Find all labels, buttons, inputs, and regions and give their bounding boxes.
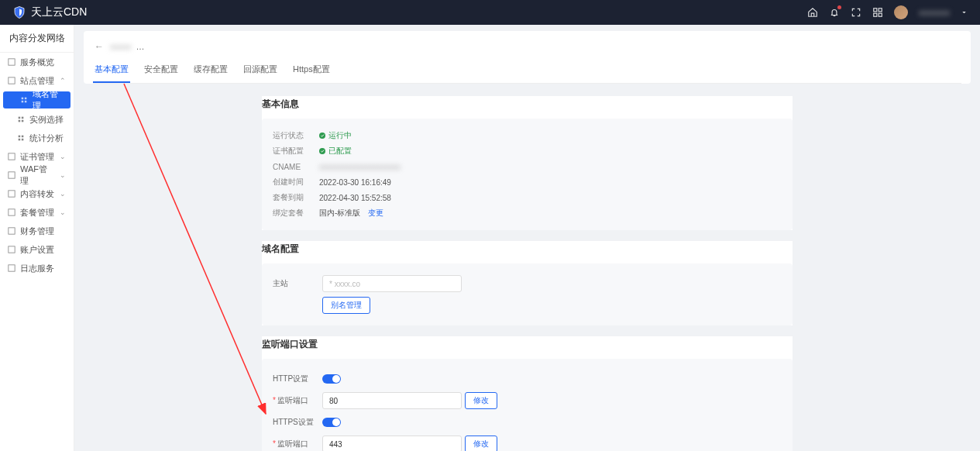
panel-wrap: 基本信息 运行状态 运行中 证书配置 已配置 CNAME xxxxxxxxxxx… bbox=[84, 84, 971, 451]
breadcrumb-domain: xxxxx bbox=[110, 42, 132, 51]
svg-rect-12 bbox=[19, 120, 21, 122]
sidebar-item[interactable]: 账户设置 bbox=[0, 240, 74, 259]
svg-rect-0 bbox=[874, 9, 877, 12]
sidebar-item[interactable]: 统计分析 bbox=[0, 129, 74, 147]
config-tab[interactable]: 安全配置 bbox=[143, 59, 180, 83]
config-tab[interactable]: 基本配置 bbox=[93, 59, 130, 83]
shield-logo-icon bbox=[12, 5, 26, 19]
port-config-title: 监听端口设置 bbox=[262, 336, 793, 359]
basic-info-body: 运行状态 运行中 证书配置 已配置 CNAME xxxxxxxxxxxxxxxx… bbox=[262, 119, 793, 230]
svg-rect-21 bbox=[9, 209, 15, 215]
row-https-port: *监听端口 修改 bbox=[273, 433, 782, 451]
svg-rect-17 bbox=[22, 139, 23, 141]
home-icon[interactable] bbox=[807, 7, 818, 18]
change-plan-link[interactable]: 变更 bbox=[368, 208, 383, 219]
svg-rect-4 bbox=[9, 59, 15, 65]
svg-rect-2 bbox=[874, 13, 877, 16]
svg-rect-10 bbox=[19, 117, 21, 119]
bell-icon[interactable] bbox=[829, 7, 840, 18]
config-tabs: 基本配置安全配置缓存配置回源配置Https配置 bbox=[93, 59, 961, 84]
svg-point-26 bbox=[319, 148, 325, 154]
sidebar-item[interactable]: 财务管理 bbox=[0, 222, 74, 240]
sidebar-item[interactable]: 服务概览 bbox=[0, 53, 74, 71]
cert-value: 已配置 bbox=[319, 146, 352, 157]
row-http-toggle: HTTP设置 bbox=[273, 368, 782, 390]
row-cname: CNAME xxxxxxxxxxxxxxxxxxxxx bbox=[273, 159, 782, 174]
sidebar-title: 内容分发网络 bbox=[0, 25, 74, 53]
back-arrow-icon[interactable]: ← bbox=[93, 41, 105, 52]
sidebar-item[interactable]: 实例选择 bbox=[0, 110, 74, 129]
brand-text: 天上云CDN bbox=[31, 5, 87, 19]
svg-rect-23 bbox=[9, 246, 15, 253]
row-https-toggle: HTTPS设置 bbox=[273, 411, 782, 433]
basic-info-title: 基本信息 bbox=[262, 96, 793, 119]
port-config-panel: 监听端口设置 HTTP设置 *监听端口 修改 HTTPS设置 bbox=[262, 336, 793, 451]
svg-rect-8 bbox=[22, 101, 24, 103]
row-plan: 绑定套餐 国内-标准版变更 bbox=[273, 205, 782, 221]
row-status: 运行状态 运行中 bbox=[273, 128, 782, 143]
check-icon bbox=[319, 148, 325, 154]
alias-manage-button[interactable]: 别名管理 bbox=[322, 297, 370, 314]
fullscreen-icon[interactable] bbox=[851, 7, 861, 18]
https-port-input[interactable] bbox=[322, 436, 462, 451]
svg-rect-11 bbox=[22, 117, 23, 119]
svg-rect-24 bbox=[9, 265, 15, 271]
sidebar-item[interactable]: 内容转发⌄ bbox=[0, 184, 74, 203]
sidebar-item[interactable]: 站点管理⌃ bbox=[0, 71, 74, 90]
http-toggle[interactable] bbox=[322, 374, 341, 384]
user-name: xxxxxxxx bbox=[919, 9, 950, 17]
svg-rect-13 bbox=[22, 120, 23, 122]
svg-rect-14 bbox=[19, 136, 21, 138]
page-header-card: ← xxxxx … 基本配置安全配置缓存配置回源配置Https配置 bbox=[84, 31, 971, 84]
topbar-right: xxxxxxxx bbox=[807, 5, 968, 19]
sidebar: 内容分发网络 服务概览站点管理⌃域名管理实例选择统计分析证书管理⌄WAF管理⌄内… bbox=[0, 25, 74, 451]
port-config-body: HTTP设置 *监听端口 修改 HTTPS设置 *监听端口 bbox=[262, 359, 793, 451]
row-alias: 别名管理 bbox=[273, 294, 782, 316]
config-tab[interactable]: 回源配置 bbox=[242, 59, 279, 83]
http-port-input[interactable] bbox=[322, 392, 462, 409]
svg-rect-20 bbox=[9, 191, 15, 197]
domain-config-panel: 域名配置 主站 别名管理 bbox=[262, 241, 793, 325]
brand: 天上云CDN bbox=[12, 5, 87, 19]
svg-rect-18 bbox=[9, 153, 15, 160]
topbar: 天上云CDN xxxxxxxx bbox=[0, 0, 980, 25]
svg-rect-22 bbox=[9, 228, 15, 234]
https-port-modify-button[interactable]: 修改 bbox=[465, 436, 497, 451]
status-value: 运行中 bbox=[319, 130, 352, 141]
svg-rect-3 bbox=[879, 13, 882, 16]
row-cert: 证书配置 已配置 bbox=[273, 143, 782, 159]
sidebar-menu: 服务概览站点管理⌃域名管理实例选择统计分析证书管理⌄WAF管理⌄内容转发⌄套餐管… bbox=[0, 53, 74, 451]
apps-icon[interactable] bbox=[872, 7, 883, 18]
avatar[interactable] bbox=[894, 5, 908, 19]
row-host: 主站 bbox=[273, 273, 782, 294]
content: ← xxxxx … 基本配置安全配置缓存配置回源配置Https配置 基本信息 运… bbox=[74, 25, 980, 451]
sidebar-item[interactable]: 套餐管理⌄ bbox=[0, 203, 74, 222]
row-expire: 套餐到期 2022-04-30 15:52:58 bbox=[273, 190, 782, 205]
sidebar-item[interactable]: WAF管理⌄ bbox=[0, 166, 74, 184]
sidebar-item[interactable]: 日志服务 bbox=[0, 259, 74, 277]
check-icon bbox=[319, 133, 325, 139]
svg-rect-6 bbox=[22, 98, 24, 100]
http-port-modify-button[interactable]: 修改 bbox=[465, 392, 497, 409]
svg-rect-15 bbox=[22, 136, 23, 138]
breadcrumb-sep: … bbox=[136, 42, 145, 51]
cname-value: xxxxxxxxxxxxxxxxxxxxx bbox=[319, 163, 401, 171]
config-tab[interactable]: Https配置 bbox=[291, 59, 332, 83]
host-input[interactable] bbox=[322, 275, 462, 292]
svg-rect-19 bbox=[9, 172, 15, 178]
svg-rect-7 bbox=[25, 98, 26, 100]
chevron-down-icon[interactable] bbox=[961, 7, 968, 18]
row-http-port: *监听端口 修改 bbox=[273, 390, 782, 411]
row-created: 创建时间 2022-03-30 16:16:49 bbox=[273, 174, 782, 190]
svg-point-25 bbox=[319, 133, 325, 139]
svg-rect-9 bbox=[25, 101, 26, 103]
https-toggle[interactable] bbox=[322, 418, 341, 427]
layout: 内容分发网络 服务概览站点管理⌃域名管理实例选择统计分析证书管理⌄WAF管理⌄内… bbox=[0, 25, 980, 451]
domain-config-title: 域名配置 bbox=[262, 241, 793, 263]
domain-config-body: 主站 别名管理 bbox=[262, 263, 793, 325]
sidebar-item[interactable]: 域名管理 bbox=[3, 91, 70, 108]
config-tab[interactable]: 缓存配置 bbox=[192, 59, 229, 83]
svg-rect-5 bbox=[9, 77, 15, 84]
svg-rect-16 bbox=[19, 139, 21, 141]
basic-info-panel: 基本信息 运行状态 运行中 证书配置 已配置 CNAME xxxxxxxxxxx… bbox=[262, 96, 793, 230]
